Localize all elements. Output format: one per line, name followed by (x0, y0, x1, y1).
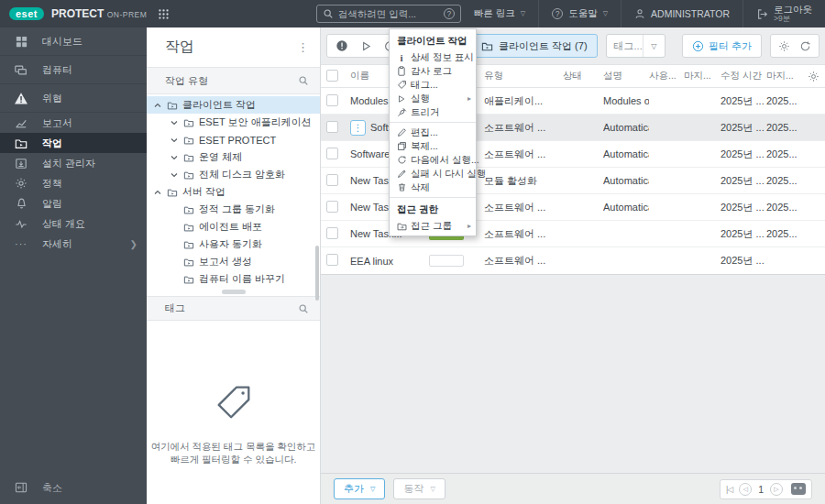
task-modified: 2025년 ... (720, 148, 766, 161)
row-context-menu-button[interactable]: ⋮ (350, 120, 366, 136)
tags-filter[interactable]: 태그 (147, 296, 320, 321)
sidebar-item-threats[interactable]: 위협 (0, 84, 147, 113)
page-options-icon[interactable] (791, 483, 806, 495)
actions-button[interactable]: 동작 ▽ (393, 478, 445, 499)
logout-button[interactable]: 로그아웃 >9분 (742, 0, 825, 27)
tree-item-server-tasks[interactable]: 서버 작업 (147, 183, 320, 201)
chevron-down-icon: ▽ (643, 35, 665, 57)
add-task-button[interactable]: 추가 ▽ (334, 478, 385, 499)
tree-item-rename-computers[interactable]: 컴퓨터 이름 바꾸기 (147, 270, 320, 288)
menu-item-audit-log[interactable]: 감사 로그 (390, 64, 476, 78)
sidebar-item-status-overview[interactable]: 상태 개요 (0, 214, 147, 234)
menu-item-edit[interactable]: 편집... (390, 126, 476, 139)
select-all-checkbox[interactable] (326, 70, 338, 82)
run-play-icon[interactable] (360, 40, 372, 52)
task-last: 2025... (766, 122, 799, 133)
panel-resize-handle[interactable] (222, 290, 246, 294)
sidebar-item-reports[interactable]: 보고서 (0, 113, 147, 133)
chevron-down-icon[interactable] (170, 137, 179, 144)
search-help-icon[interactable]: ? (444, 8, 455, 19)
menu-item-show-details[interactable]: i 상세 정보 표시 (390, 50, 476, 64)
scrollbar[interactable] (315, 246, 319, 301)
user-menu[interactable]: ADMINISTRATOR (621, 0, 742, 27)
app-launcher-icon[interactable] (158, 8, 170, 20)
menu-item-tags[interactable]: 태그... (390, 78, 476, 92)
menu-item-trigger[interactable]: 트리거 (390, 105, 476, 119)
row-checkbox[interactable] (326, 227, 338, 239)
tree-item-generate-report[interactable]: 보고서 생성 (147, 253, 320, 270)
first-page-icon[interactable]: |◁ (726, 485, 732, 494)
sidebar-item-more[interactable]: ··· 자세히 ❯ (0, 234, 147, 254)
row-checkbox[interactable] (326, 201, 338, 213)
task-description: Modules of t... (603, 95, 649, 106)
tree-item-label: 서버 작업 (182, 185, 226, 199)
tree-item-full-disk-encryption[interactable]: 전체 디스크 암호화 (147, 166, 320, 183)
column-header-status[interactable]: 상태 (563, 70, 603, 82)
tree-item-label: 전체 디스크 암호화 (199, 168, 285, 181)
menu-item-run-on[interactable]: 다음에서 실행... (390, 153, 476, 167)
sidebar-collapse-button[interactable]: 축소 (0, 477, 147, 499)
row-checkbox[interactable] (326, 148, 338, 159)
tree-item-operating-system[interactable]: 운영 체제 (147, 148, 320, 166)
chevron-down-icon[interactable] (170, 119, 179, 126)
row-checkbox[interactable] (326, 254, 338, 266)
column-header-modified[interactable]: 수정 시간 (720, 70, 766, 82)
menu-item-duplicate[interactable]: 복제... (390, 139, 476, 153)
task-type: 소프트웨어 ... (484, 201, 563, 214)
row-checkbox[interactable] (326, 174, 338, 186)
chevron-down-icon: ▽ (521, 10, 525, 17)
pagination: |◁ ◁ 1 ▷ (720, 479, 812, 499)
chevron-down-icon[interactable] (170, 154, 179, 161)
tag-filter-combobox[interactable]: 태그... ▽ (606, 34, 666, 58)
refresh-icon[interactable] (799, 40, 811, 52)
sidebar-item-policies[interactable]: 정책 (0, 173, 147, 193)
menu-item-access-group[interactable]: 접근 그룹 ▸ (390, 219, 476, 233)
sidebar-item-label: 알림 (42, 197, 62, 211)
group-filter-chip[interactable]: 클라이언트 작업 (7) (471, 34, 598, 58)
add-filter-button[interactable]: 필터 추가 (682, 34, 762, 58)
product-edition: ON-PREM (107, 10, 148, 19)
help-menu[interactable]: ? 도움말 ▽ (538, 0, 621, 27)
column-header-last[interactable]: 마지... (684, 70, 720, 82)
tree-item-static-group-sync[interactable]: 정적 그룹 동기화 (147, 201, 320, 218)
task-modified: 2025년 ... (720, 121, 766, 135)
row-checkbox[interactable] (326, 121, 338, 133)
column-settings-gear-icon[interactable] (799, 71, 820, 82)
global-search-input[interactable] (338, 8, 439, 19)
task-type-filter-label: 작업 유형 (165, 74, 208, 88)
table-settings-gear-icon[interactable] (778, 40, 790, 52)
task-type-filter[interactable]: 작업 유형 (147, 68, 320, 94)
row-checkbox[interactable] (326, 94, 338, 106)
menu-item-run[interactable]: 실행 ▸ (390, 92, 476, 105)
sidebar-item-computers[interactable]: 컴퓨터 (0, 56, 147, 84)
sidebar-item-dashboard[interactable]: 대시보드 (0, 27, 147, 56)
tasks-folder-icon (13, 137, 29, 149)
prev-page-icon[interactable]: ◁ (739, 483, 752, 496)
menu-item-rerun-on-failure[interactable]: 실패 시 다시 실행 (390, 167, 476, 181)
sidebar-item-notifications[interactable]: 알림 (0, 193, 147, 214)
column-header-user[interactable]: 사용... (649, 70, 684, 82)
column-header-description[interactable]: 설명 (603, 70, 649, 82)
quick-links-menu[interactable]: 빠른 링크 ▽ (461, 0, 538, 27)
sidebar-item-installers[interactable]: 설치 관리자 (0, 153, 147, 173)
task-last: 2025... (766, 175, 799, 186)
chevron-up-icon[interactable] (154, 189, 162, 196)
column-header-last2[interactable]: 마지... (766, 70, 799, 82)
tree-item-agent-deployment[interactable]: 에이전트 배포 (147, 218, 320, 236)
folder-icon (183, 118, 194, 127)
tree-item-label: 사용자 동기화 (199, 237, 262, 251)
tree-item-eset-protect[interactable]: ESET PROTECT (147, 131, 320, 148)
tree-item-client-tasks[interactable]: 클라이언트 작업 (147, 96, 320, 114)
menu-item-delete[interactable]: 삭제 (390, 181, 476, 194)
next-page-icon[interactable]: ▷ (770, 483, 783, 496)
sidebar-item-tasks[interactable]: 작업 (0, 133, 147, 153)
chevron-up-icon[interactable] (154, 102, 162, 109)
chevron-down-icon[interactable] (170, 171, 179, 179)
table-row[interactable]: EEA linux 소프트웨어 ... 2025년 ... (321, 247, 825, 274)
panel-menu-icon[interactable]: ⋮ (297, 40, 309, 54)
task-modified: 2025년 ... (720, 201, 766, 214)
tree-item-eset-security-apps[interactable]: ESET 보안 애플리케이션 (147, 114, 320, 131)
column-header-type[interactable]: 유형 (484, 70, 563, 82)
alert-circle-icon[interactable] (336, 39, 348, 52)
tree-item-user-sync[interactable]: 사용자 동기화 (147, 236, 320, 253)
